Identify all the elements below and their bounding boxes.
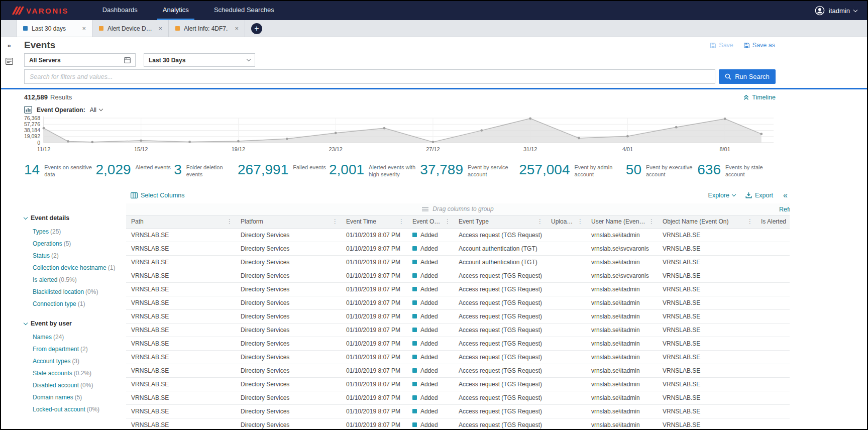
table-row[interactable]: VRNSLAB.SEDirectory Services01/10/2019 8… xyxy=(126,337,790,351)
stat-label: Folder deletion events xyxy=(186,163,235,178)
saved-searches-icon[interactable] xyxy=(3,56,15,67)
facet-item-domain-names[interactable]: Domain names(5) xyxy=(24,391,126,403)
table-row[interactable]: VRNSLAB.SEDirectory Services01/10/2019 8… xyxy=(126,310,790,324)
export-button[interactable]: Export xyxy=(745,192,773,199)
group-drop-zone[interactable]: Drag columns to group xyxy=(126,203,790,216)
table-row[interactable]: VRNSLAB.SEDirectory Services01/10/2019 8… xyxy=(126,229,790,242)
close-tab-icon[interactable]: × xyxy=(157,25,163,32)
cell-path: VRNSLAB.SE xyxy=(126,242,236,255)
column-header-event-opera[interactable]: Event Opera...⋮ xyxy=(407,216,454,228)
column-menu-icon[interactable]: ⋮ xyxy=(648,218,655,225)
user-menu[interactable]: itadmin xyxy=(815,1,857,20)
facet-section-toggle[interactable]: Event details xyxy=(24,214,126,222)
operation-status-icon xyxy=(412,368,417,373)
column-menu-icon[interactable]: ⋮ xyxy=(227,218,233,225)
table-row[interactable]: VRNSLAB.SEDirectory Services01/10/2019 8… xyxy=(126,364,790,378)
column-menu-icon[interactable]: ⋮ xyxy=(537,218,543,225)
column-header-is-alerted[interactable]: Is Alerted⋮ xyxy=(756,216,790,228)
facet-section-event-details: Event detailsTypes(25)Operations(5)Statu… xyxy=(24,214,126,310)
time-range-select[interactable]: Last 30 Days xyxy=(144,53,255,67)
server-select[interactable]: All Servers xyxy=(24,53,136,67)
facet-item-from-department[interactable]: From department(2) xyxy=(24,343,126,355)
table-row[interactable]: VRNSLAB.SEDirectory Services01/10/2019 8… xyxy=(126,418,790,430)
column-menu-icon[interactable]: ⋮ xyxy=(398,218,404,225)
cell-upload xyxy=(546,378,586,391)
facet-item-is-alerted[interactable]: Is alerted(0.5%) xyxy=(24,274,126,286)
operation-status-icon xyxy=(412,314,417,318)
varonis-logo[interactable]: VARONIS xyxy=(14,1,69,20)
cell-object: VRNSLAB.SE xyxy=(658,405,756,418)
nav-item-analytics[interactable]: Analytics xyxy=(150,1,201,20)
tab-alert-device-dev[interactable]: Alert Device Dev...× xyxy=(92,20,169,37)
column-header-upload-siz[interactable]: Upload Siz...⋮ xyxy=(546,216,586,228)
cell-platform: Directory Services xyxy=(236,391,341,404)
nav-item-dashboards[interactable]: Dashboards xyxy=(90,1,150,20)
cell-type: Access request (TGS Request) xyxy=(454,364,546,377)
column-menu-icon[interactable]: ⋮ xyxy=(445,218,451,225)
run-search-button[interactable]: Run Search xyxy=(719,69,776,84)
table-row[interactable]: VRNSLAB.SEDirectory Services01/10/2019 8… xyxy=(126,269,790,283)
timeline-toggle[interactable]: Timeline xyxy=(743,94,776,101)
column-header-object-name-event-on[interactable]: Object Name (Event On)⋮ xyxy=(658,216,756,228)
table-row[interactable]: VRNSLAB.SEDirectory Services01/10/2019 8… xyxy=(126,256,790,269)
facet-item-names[interactable]: Names(24) xyxy=(24,331,126,343)
explore-dropdown[interactable]: Explore xyxy=(708,192,735,199)
chart-type-icon[interactable] xyxy=(24,106,32,114)
nav-item-scheduled-searches[interactable]: Scheduled Searches xyxy=(201,1,287,20)
search-input[interactable] xyxy=(24,69,715,84)
cell-platform: Directory Services xyxy=(236,229,341,242)
tab-alert-info-4df7[interactable]: Alert Info: 4DF7.× xyxy=(169,20,245,37)
cell-is_alerted xyxy=(756,324,790,337)
event-operation-dropdown[interactable]: All xyxy=(90,106,102,114)
facet-item-stale-accounts[interactable]: Stale accounts(0.2%) xyxy=(24,367,126,379)
close-tab-icon[interactable]: × xyxy=(234,25,240,32)
column-menu-icon[interactable]: ⋮ xyxy=(577,218,583,225)
facet-item-connection-type[interactable]: Connection type(1) xyxy=(24,298,126,310)
save-button[interactable]: Save xyxy=(710,42,733,49)
cell-upload xyxy=(546,310,586,323)
facet-section-toggle[interactable]: Event by user xyxy=(24,320,126,327)
column-header-user-name-event-by[interactable]: User Name (Event By)⋮ xyxy=(586,216,658,228)
collapse-panel-icon[interactable]: « xyxy=(783,191,788,199)
expand-panel-icon[interactable]: » xyxy=(3,40,15,51)
column-header-label: Path xyxy=(131,218,225,225)
cell-object: VRNSLAB.SE xyxy=(658,337,756,350)
table-row[interactable]: VRNSLAB.SEDirectory Services01/10/2019 8… xyxy=(126,296,790,310)
operation-status-icon xyxy=(412,382,417,386)
cell-type: Access request (TGS Request) xyxy=(454,418,546,430)
column-header-event-type[interactable]: Event Type⋮ xyxy=(454,216,546,228)
add-tab-button[interactable]: + xyxy=(251,23,262,34)
cell-type: Account authentication (TGT) xyxy=(454,256,546,269)
facet-item-account-types[interactable]: Account types(3) xyxy=(24,355,126,367)
table-row[interactable]: VRNSLAB.SEDirectory Services01/10/2019 8… xyxy=(126,283,790,296)
facet-item-locked-out-account[interactable]: Locked-out account(0%) xyxy=(24,403,126,415)
facet-item-types[interactable]: Types(25) xyxy=(24,226,126,238)
facet-item-status[interactable]: Status(2) xyxy=(24,250,126,262)
cell-platform: Directory Services xyxy=(236,256,341,269)
facet-item-disabled-account[interactable]: Disabled account(0%) xyxy=(24,379,126,391)
facet-item-collection-device-hostname[interactable]: Collection device hostname(1) xyxy=(24,262,126,274)
facet-item-blacklisted-location[interactable]: Blacklisted location(0%) xyxy=(24,286,126,298)
save-as-button[interactable]: Save as xyxy=(743,42,775,49)
column-menu-icon[interactable]: ⋮ xyxy=(332,218,338,225)
drag-handle-icon xyxy=(422,207,428,211)
column-header-event-time[interactable]: Event Time⋮ xyxy=(341,216,407,228)
table-row[interactable]: VRNSLAB.SEDirectory Services01/10/2019 8… xyxy=(126,351,790,364)
table-row[interactable]: VRNSLAB.SEDirectory Services01/10/2019 8… xyxy=(126,378,790,391)
table-row[interactable]: VRNSLAB.SEDirectory Services01/10/2019 8… xyxy=(126,391,790,405)
results-label: Results xyxy=(50,93,72,101)
table-row[interactable]: VRNSLAB.SEDirectory Services01/10/2019 8… xyxy=(126,242,790,256)
cell-path: VRNSLAB.SE xyxy=(126,418,236,430)
column-header-path[interactable]: Path⋮ xyxy=(126,216,236,228)
svg-text:23/12: 23/12 xyxy=(329,146,343,152)
refresh-button[interactable]: Refresh xyxy=(779,206,790,213)
column-menu-icon[interactable]: ⋮ xyxy=(747,218,753,225)
tab-last-30-days[interactable]: Last 30 days× xyxy=(16,20,92,37)
facet-item-operations[interactable]: Operations(5) xyxy=(24,238,126,250)
table-row[interactable]: VRNSLAB.SEDirectory Services01/10/2019 8… xyxy=(126,405,790,418)
close-tab-icon[interactable]: × xyxy=(81,25,87,32)
select-columns-button[interactable]: Select Columns xyxy=(131,192,185,199)
table-row[interactable]: VRNSLAB.SEDirectory Services01/10/2019 8… xyxy=(126,324,790,337)
column-header-platform[interactable]: Platform⋮ xyxy=(236,216,341,228)
cell-object: VRNSLAB.SE xyxy=(658,283,756,296)
